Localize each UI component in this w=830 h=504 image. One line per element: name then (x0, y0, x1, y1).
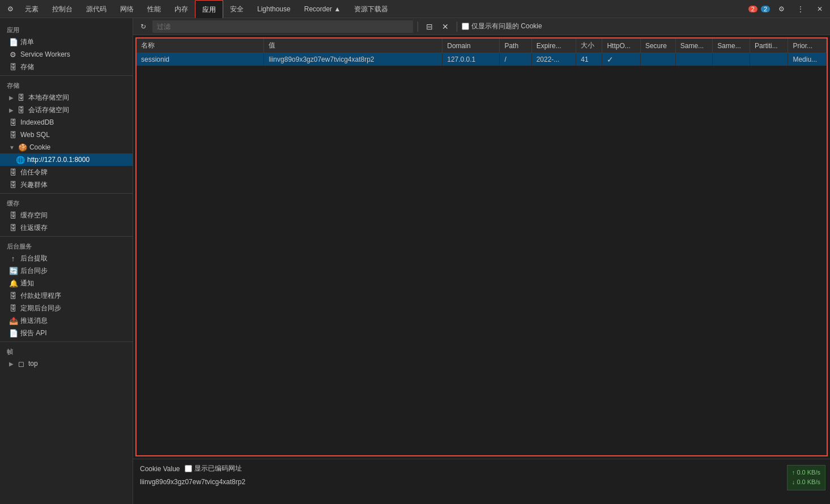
cell-partiti (750, 53, 788, 66)
sidebar-label-service-workers: Service Workers (20, 50, 70, 58)
col-httponly[interactable]: HttpO... (602, 39, 640, 53)
show-problematic-label[interactable]: 仅显示有问题的 Cookie (462, 22, 542, 31)
cookie-table-container: 名称 值 Domain Path Expire... 大小 HttpO... S… (135, 37, 828, 456)
nav-application[interactable]: 应用 (195, 0, 223, 18)
local-storage-icon: 🗄 (17, 93, 25, 102)
sidebar-section-storage: 存储 (0, 78, 133, 91)
cell-priority: Mediu... (788, 53, 827, 66)
nav-recorder[interactable]: Recorder ▲ (297, 0, 348, 18)
cookie-toolbar: ↻ ⊟ ✕ 仅显示有问题的 Cookie (133, 18, 830, 35)
sidebar-item-frames-top[interactable]: ▶ ◻ top (0, 357, 133, 370)
session-storage-icon: 🗄 (17, 106, 25, 114)
refresh-button[interactable]: ↻ (137, 20, 150, 33)
table-row[interactable]: sessionid liinvg89o9x3gz07ew7tvicg4xat8r… (137, 53, 827, 66)
sidebar-item-periodic-sync[interactable]: 🗄 定期后台同步 (0, 302, 133, 314)
sidebar-label-indexeddb: IndexedDB (20, 118, 54, 126)
sidebar-item-local-storage[interactable]: ▶ 🗄 本地存储空间 (0, 91, 133, 104)
content-area: ↻ ⊟ ✕ 仅显示有问题的 Cookie 名称 值 Domain Path (133, 18, 830, 504)
cookie-url-icon: 🌐 (16, 156, 24, 164)
filter-icon[interactable]: ⊟ (423, 20, 436, 33)
col-name[interactable]: 名称 (137, 39, 264, 53)
col-expires[interactable]: Expire... (531, 39, 576, 53)
nav-security[interactable]: 安全 (223, 0, 250, 18)
show-problematic-checkbox[interactable] (462, 23, 469, 30)
sidebar-item-notifications[interactable]: 🔔 通知 (0, 277, 133, 289)
encode-url-label[interactable]: 显示已编码网址 (185, 464, 242, 473)
sidebar-item-service-workers[interactable]: ⚙ Service Workers (0, 48, 133, 61)
cell-samesite2 (713, 53, 750, 66)
nav-memory[interactable]: 内存 (168, 0, 195, 18)
table-header-row: 名称 值 Domain Path Expire... 大小 HttpO... S… (137, 39, 827, 53)
nav-sources[interactable]: 源代码 (79, 0, 113, 18)
sidebar-item-websql[interactable]: 🗄 Web SQL (0, 129, 133, 141)
sidebar-item-background-sync[interactable]: 🔄 后台同步 (0, 264, 133, 277)
col-secure[interactable]: Secure (640, 39, 675, 53)
nav-elements[interactable]: 元素 (18, 0, 45, 18)
nav-network[interactable]: 网络 (113, 0, 141, 18)
nav-performance[interactable]: 性能 (141, 0, 168, 18)
nav-downloader[interactable]: 资源下载器 (347, 0, 395, 18)
sidebar-section-cache: 缓存 (0, 196, 133, 209)
sidebar-label-frames-top: top (28, 360, 38, 368)
sidebar-item-manifest[interactable]: 📄 清单 (0, 36, 133, 48)
col-samesite2[interactable]: Same... (713, 39, 750, 53)
reporting-api-icon: 📄 (9, 329, 17, 338)
bottom-panel-header: Cookie Value 显示已编码网址 (140, 464, 823, 473)
cache-storage-icon: 🗄 (9, 211, 17, 220)
sidebar-label-back-forward-cache: 往返缓存 (20, 223, 48, 233)
sidebar-item-cache-storage[interactable]: 🗄 缓存空间 (0, 209, 133, 221)
background-sync-icon: 🔄 (9, 267, 17, 275)
sidebar-item-payment-handler[interactable]: 🗄 付款处理程序 (0, 289, 133, 302)
sidebar-section-frames: 帧 (0, 344, 133, 357)
sidebar-item-background-fetch[interactable]: ↑ 后台提取 (0, 252, 133, 264)
sidebar-item-back-forward-cache[interactable]: 🗄 往返缓存 (0, 221, 133, 234)
col-partiti[interactable]: Partiti... (750, 39, 788, 53)
devtools-icon[interactable]: ⚙ (2, 1, 18, 17)
clear-filter-icon[interactable]: ✕ (439, 20, 452, 33)
col-size[interactable]: 大小 (576, 39, 602, 53)
divider-1 (0, 75, 133, 76)
sidebar-item-storage[interactable]: 🗄 存储 (0, 61, 133, 73)
more-options-icon[interactable]: ⋮ (793, 1, 808, 17)
filter-input[interactable] (152, 20, 413, 33)
col-samesite1[interactable]: Same... (675, 39, 713, 53)
error-badge[interactable]: 2 (748, 6, 757, 12)
cell-name: sessionid (137, 53, 264, 66)
sidebar-item-indexeddb[interactable]: 🗄 IndexedDB (0, 116, 133, 129)
divider-4 (0, 341, 133, 342)
cell-httponly: ✓ (602, 53, 640, 66)
push-messaging-icon: 📤 (9, 317, 17, 325)
payment-handler-icon: 🗄 (9, 292, 17, 300)
sidebar-label-interest-groups: 兴趣群体 (20, 180, 48, 190)
expand-cookie: ▼ (9, 144, 15, 151)
nav-right-controls: 2 2 ⚙ ⋮ ✕ (748, 1, 828, 17)
upload-speed: ↑ 0.0 KB/s (792, 468, 820, 478)
close-icon[interactable]: ✕ (812, 1, 828, 17)
sidebar-item-cookie[interactable]: ▼ 🍪 Cookie (0, 141, 133, 153)
col-priority[interactable]: Prior... (788, 39, 827, 53)
download-speed: ↓ 0.0 KB/s (792, 477, 820, 488)
expand-session-storage: ▶ (9, 107, 14, 113)
sidebar-item-interest-groups[interactable]: 🗄 兴趣群体 (0, 178, 133, 191)
nav-console[interactable]: 控制台 (45, 0, 79, 18)
message-count: 2 (761, 6, 770, 12)
nav-lighthouse[interactable]: Lighthouse (250, 0, 297, 18)
settings-icon[interactable]: ⚙ (773, 1, 789, 17)
col-domain[interactable]: Domain (442, 39, 500, 53)
sidebar-item-push-messaging[interactable]: 📤 推送消息 (0, 314, 133, 327)
sidebar-item-session-storage[interactable]: ▶ 🗄 会话存储空间 (0, 104, 133, 116)
sidebar-label-reporting-api: 报告 API (20, 328, 47, 338)
sidebar-item-reporting-api[interactable]: 📄 报告 API (0, 327, 133, 339)
message-badge[interactable]: 2 (761, 6, 770, 12)
service-workers-icon: ⚙ (9, 50, 17, 59)
sidebar-label-cache-storage: 缓存空间 (20, 211, 48, 220)
background-fetch-icon: ↑ (9, 254, 17, 263)
cell-secure (640, 53, 675, 66)
sidebar-label-manifest: 清单 (20, 37, 34, 47)
sidebar-item-trust-tokens[interactable]: 🗄 信任令牌 (0, 166, 133, 178)
sidebar-item-cookie-url[interactable]: 🌐 http://127.0.0.1:8000 (0, 153, 133, 166)
col-path[interactable]: Path (500, 39, 531, 53)
col-value[interactable]: 值 (264, 39, 442, 53)
sidebar-label-cookie: Cookie (29, 143, 50, 151)
encode-url-checkbox[interactable] (185, 465, 192, 472)
